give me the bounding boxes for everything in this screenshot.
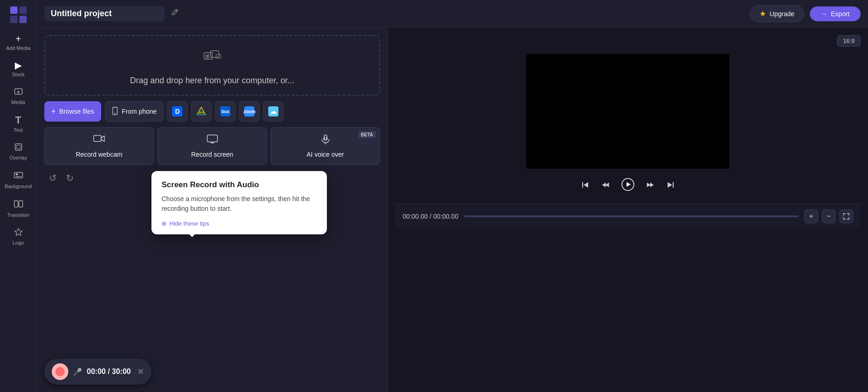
sidebar-item-logo[interactable]: Logo	[3, 224, 34, 250]
webcam-icon	[93, 134, 106, 147]
video-preview	[526, 54, 729, 169]
box-icon: box	[220, 106, 230, 116]
svg-rect-22	[94, 135, 101, 141]
rename-icon[interactable]	[170, 8, 179, 19]
svg-rect-16	[216, 55, 221, 58]
rec-max-time: 30:00	[112, 368, 131, 375]
svg-rect-34	[673, 182, 674, 188]
sidebar-item-stock[interactable]: ▶ Stock	[3, 57, 34, 81]
svg-rect-7	[14, 172, 23, 178]
timeline-zoom-in-button[interactable]: +	[804, 209, 818, 223]
dropzone[interactable]: 🎬 Drag and drop here from your computer,…	[44, 35, 380, 96]
svg-rect-8	[16, 173, 18, 175]
background-icon	[13, 170, 24, 182]
export-button[interactable]: → Export	[810, 6, 861, 21]
timeline-fit-button[interactable]	[839, 209, 853, 223]
timeline-track[interactable]	[464, 215, 799, 217]
svg-rect-5	[15, 144, 22, 150]
media-icon	[14, 87, 23, 98]
dropzone-icon: 🎬	[201, 49, 223, 69]
svg-rect-2	[10, 16, 18, 23]
zoom-icon: zoom	[244, 106, 254, 116]
svg-line-12	[175, 10, 177, 12]
hide-tips-label: Hide these tips	[169, 220, 209, 227]
timeline-zoom-out-button[interactable]: −	[822, 209, 836, 223]
skip-to-end-button[interactable]	[664, 178, 677, 194]
record-screen-button[interactable]: Record screen	[157, 127, 267, 165]
screen-icon	[206, 134, 218, 147]
tooltip-title: Screen Record with Audio	[162, 180, 317, 190]
recording-indicator: 🎤 00:00 / 30:00 ✕	[44, 359, 151, 385]
from-phone-button[interactable]: From phone	[105, 101, 163, 122]
body-layout: 🎬 Drag and drop here from your computer,…	[37, 28, 868, 392]
phone-icon	[112, 107, 118, 116]
tooltip-body: Choose a microphone from the settings, t…	[162, 194, 317, 214]
app-logo[interactable]	[8, 5, 29, 25]
source-buttons-row: + Browse files From phone D	[44, 101, 380, 122]
dropbox-icon: D	[172, 106, 182, 116]
ai-voice-label: AI voice over	[307, 151, 344, 158]
sidebar-item-logo-label: Logo	[12, 240, 24, 246]
screen-record-tooltip: Screen Record with Audio Choose a microp…	[151, 171, 327, 234]
current-time: 00:00.00	[403, 213, 428, 220]
transition-icon	[13, 199, 24, 210]
stock-icon: ▶	[15, 61, 22, 70]
sidebar-item-add-media[interactable]: + Add Media	[3, 31, 34, 55]
svg-rect-9	[16, 176, 21, 177]
upgrade-label: Upgrade	[770, 10, 795, 18]
playback-time: 00:00.00 / 00:00.00	[403, 213, 458, 220]
recording-dot-inner	[55, 367, 65, 376]
sidebar-item-transition-label: Transition	[7, 212, 30, 218]
recording-time: 00:00 / 30:00	[87, 368, 131, 376]
sidebar-item-overlay[interactable]: Overlay	[3, 139, 34, 165]
sidebar-item-media[interactable]: Media	[3, 83, 34, 109]
project-title-input[interactable]	[44, 6, 164, 21]
ai-voice-over-button[interactable]: BETA AI voice over	[271, 127, 380, 165]
circle-x-icon: ⊗	[162, 220, 167, 227]
record-screen-label: Record screen	[191, 151, 233, 158]
svg-rect-11	[19, 201, 23, 207]
svg-rect-10	[14, 201, 18, 207]
rec-current-time: 00:00	[87, 368, 106, 375]
timeline-zoom-controls: + −	[804, 209, 853, 223]
gdrive-icon	[196, 106, 206, 116]
export-label: Export	[831, 10, 850, 18]
undo-button[interactable]: ↺	[46, 171, 60, 185]
recording-close-button[interactable]: ✕	[137, 367, 144, 377]
svg-rect-15	[211, 51, 219, 57]
from-phone-label: From phone	[122, 108, 157, 115]
sidebar-item-background-label: Background	[5, 184, 32, 190]
sidebar-item-text[interactable]: T Text	[3, 111, 34, 137]
redo-button[interactable]: ↻	[63, 171, 77, 185]
add-media-icon: +	[16, 34, 21, 43]
fast-forward-button[interactable]	[644, 178, 657, 194]
export-arrow-icon: →	[821, 10, 827, 18]
record-webcam-button[interactable]: Record webcam	[44, 127, 154, 165]
sidebar: + Add Media ▶ Stock Media T Text Overlay	[0, 0, 37, 392]
rewind-button[interactable]	[599, 178, 612, 194]
beta-badge: BETA	[358, 131, 376, 138]
cloud-button[interactable]: ☁	[263, 101, 283, 122]
box-button[interactable]: box	[215, 101, 235, 122]
dropbox-button[interactable]: D	[167, 101, 187, 122]
sidebar-item-transition[interactable]: Transition	[3, 195, 34, 222]
logo-icon	[14, 227, 23, 238]
hide-tips-button[interactable]: ⊗ Hide these tips	[162, 220, 317, 227]
svg-rect-0	[10, 6, 18, 14]
zoom-button[interactable]: zoom	[239, 101, 259, 122]
aspect-ratio-badge: 16:9	[837, 35, 861, 47]
svg-text:🎬: 🎬	[205, 54, 210, 59]
topbar: ★ Upgrade → Export	[37, 0, 868, 28]
gdrive-button[interactable]	[191, 101, 211, 122]
record-buttons-row: Record webcam Record screen BETA	[44, 127, 380, 165]
preview-top-bar: 16:9	[395, 35, 861, 47]
cloud-icon: ☁	[268, 106, 278, 116]
browse-files-button[interactable]: + Browse files	[44, 101, 101, 122]
rec-separator: /	[108, 368, 112, 375]
sidebar-item-overlay-label: Overlay	[10, 155, 27, 161]
skip-to-start-button[interactable]	[579, 178, 592, 194]
sidebar-item-stock-label: Stock	[12, 72, 25, 78]
play-button[interactable]	[620, 176, 636, 196]
sidebar-item-background[interactable]: Background	[3, 166, 34, 193]
upgrade-button[interactable]: ★ Upgrade	[750, 5, 804, 22]
